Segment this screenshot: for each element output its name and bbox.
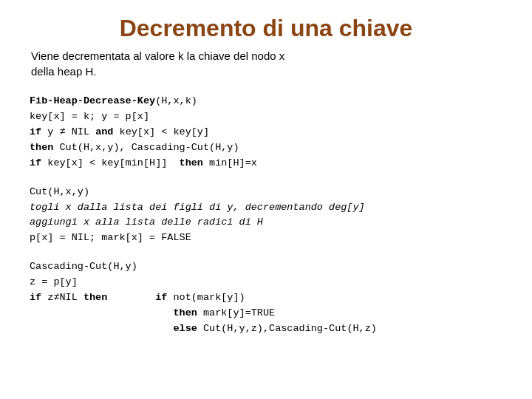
keyword: else xyxy=(173,323,197,334)
keyword: if xyxy=(30,157,41,168)
code-text: key[x] < key[min[H]] xyxy=(41,157,179,168)
code-line: p[x] = NIL; mark[x] = FALSE xyxy=(30,231,502,246)
code-text: z≠NIL xyxy=(41,292,83,303)
code-text: Cascading-Cut(H,y) xyxy=(30,261,137,272)
subtitle-line2: della heap H. xyxy=(31,65,96,78)
keyword: then xyxy=(180,157,203,168)
code-line: aggiungi x alla lista delle radici di H xyxy=(30,215,502,231)
code-text: z = p[y] xyxy=(30,276,78,287)
code-text: Cut(H,x,y) xyxy=(30,186,89,197)
code-line: then mark[y]=TRUE xyxy=(30,306,502,321)
keyword: and xyxy=(95,126,113,137)
code-text xyxy=(30,323,173,334)
cascading-cut-section: Cascading-Cut(H,y) z = p[y] if z≠NIL the… xyxy=(30,259,502,337)
code-line: if y ≠ NIL and key[x] < key[y] xyxy=(30,125,502,140)
cut-section: Cut(H,x,y) togli x dalla lista dei figli… xyxy=(30,185,502,247)
code-text: p[x] = NIL; mark[x] = FALSE xyxy=(30,232,191,243)
code-line: togli x dalla lista dei figli di y, decr… xyxy=(30,200,502,216)
code-line: Cascading-Cut(H,y) xyxy=(30,259,502,275)
keyword: then xyxy=(30,142,53,153)
code-line: if z≠NIL then if not(mark[y]) xyxy=(30,290,502,306)
code-text: key[x] = k; y = p[x] xyxy=(30,111,149,122)
keyword: then xyxy=(173,307,197,318)
code-line: else Cut(H,y,z),Cascading-Cut(H,z) xyxy=(30,321,502,337)
code-line: Cut(H,x,y) xyxy=(30,185,502,200)
code-text: Cut(H,y,z),Cascading-Cut(H,z) xyxy=(197,323,377,334)
code-line: if key[x] < key[min[H]] then min[H]=x xyxy=(30,156,502,171)
code-line: z = p[y] xyxy=(30,275,502,290)
code-text: mark[y]=TRUE xyxy=(197,307,275,318)
code-text: aggiungi x alla lista delle radici di H xyxy=(30,216,263,228)
code-text: Cut(H,x,y), Cascading-Cut(H,y) xyxy=(53,142,239,153)
code-text xyxy=(30,307,173,318)
code-line: then Cut(H,x,y), Cascading-Cut(H,y) xyxy=(30,140,502,156)
keyword: if xyxy=(155,292,167,303)
code-text: togli x dalla lista dei figli di y, decr… xyxy=(30,202,365,213)
page-title: Decremento di una chiave xyxy=(30,15,502,42)
code-text: min[H]=x xyxy=(203,157,257,168)
code-line: key[x] = k; y = p[x] xyxy=(30,109,502,125)
fib-heap-decrease-key-section: Fib-Heap-Decrease-Key(H,x,k) key[x] = k;… xyxy=(30,94,502,171)
keyword: then xyxy=(83,292,107,303)
page: Decremento di una chiave Viene decrement… xyxy=(0,0,532,399)
keyword: if xyxy=(30,126,41,137)
keyword: if xyxy=(30,292,41,303)
subtitle: Viene decrementata al valore k la chiave… xyxy=(30,48,502,79)
code-text: not(mark[y]) xyxy=(167,292,245,303)
subtitle-line1: Viene decrementata al valore k la chiave… xyxy=(31,50,284,62)
code-text: key[x] < key[y] xyxy=(113,126,209,137)
code-text: (H,x,k) xyxy=(155,95,197,106)
code-text: y ≠ NIL xyxy=(41,126,95,137)
keyword: Fib-Heap-Decrease-Key xyxy=(30,95,155,106)
code-text xyxy=(107,292,155,303)
code-line: Fib-Heap-Decrease-Key(H,x,k) xyxy=(30,94,502,109)
